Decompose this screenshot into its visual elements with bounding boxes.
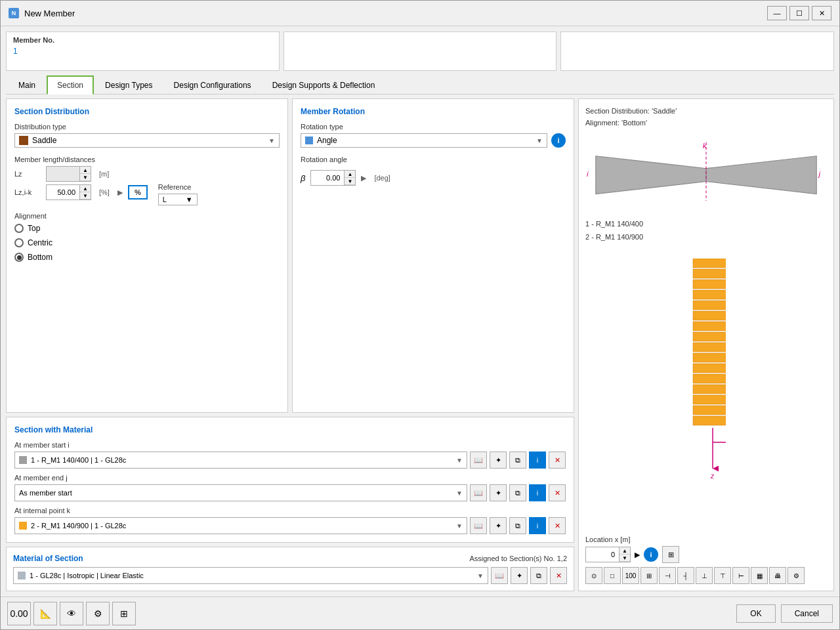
lz-down[interactable]: ▼ bbox=[80, 174, 91, 181]
internal-dropdown-arrow: ▼ bbox=[456, 522, 463, 530]
view-btn-10[interactable]: ▦ bbox=[751, 567, 768, 584]
toolbar-btn-4[interactable]: ⚙ bbox=[86, 602, 110, 625]
lzik-value[interactable]: 50.00 bbox=[47, 187, 79, 198]
lzik-up[interactable]: ▲ bbox=[80, 185, 91, 192]
lz-input[interactable]: ▲ ▼ bbox=[46, 166, 91, 182]
beam-diagram-svg: i j k bbox=[585, 134, 827, 213]
location-down[interactable]: ▼ bbox=[620, 555, 630, 562]
view-btn-6[interactable]: ┤ bbox=[677, 567, 694, 584]
end-copy-button[interactable]: ⧉ bbox=[509, 484, 526, 501]
beta-input[interactable]: 0.00 ▲ ▼ bbox=[310, 170, 356, 186]
location-icon-button[interactable]: ⊞ bbox=[662, 546, 679, 563]
dropdown-arrow-icon: ▼ bbox=[268, 137, 275, 144]
lzik-input[interactable]: 50.00 ▲ ▼ bbox=[46, 184, 91, 200]
beta-up[interactable]: ▲ bbox=[345, 171, 355, 178]
tab-main[interactable]: Main bbox=[9, 76, 45, 94]
view-btn-5[interactable]: ⊣ bbox=[659, 567, 676, 584]
member-rotation-box: Member Rotation Rotation type Angle ▼ i … bbox=[292, 98, 574, 413]
lz-up[interactable]: ▲ bbox=[80, 167, 91, 174]
alignment-top[interactable]: Top bbox=[14, 224, 280, 233]
start-delete-button[interactable]: ✕ bbox=[549, 452, 566, 469]
view-btn-3[interactable]: 100 bbox=[622, 567, 639, 584]
top-panel-3 bbox=[560, 32, 834, 71]
location-input[interactable]: 0 ▲ ▼ bbox=[585, 547, 631, 562]
beta-down[interactable]: ▼ bbox=[345, 178, 355, 185]
start-info-button[interactable]: i bbox=[529, 452, 546, 469]
beta-spinner[interactable]: ▲ ▼ bbox=[344, 171, 355, 185]
reference-dropdown[interactable]: L ▼ bbox=[158, 194, 198, 205]
tab-design-types[interactable]: Design Types bbox=[95, 76, 163, 94]
view-btn-4[interactable]: ⊞ bbox=[640, 567, 658, 584]
internal-star-button[interactable]: ✦ bbox=[490, 517, 507, 534]
material-copy-button[interactable]: ⧉ bbox=[530, 567, 547, 584]
member-no-value[interactable]: 1 bbox=[13, 47, 272, 56]
start-copy-button[interactable]: ⧉ bbox=[509, 452, 526, 469]
toolbar-btn-1[interactable]: 0.00 bbox=[7, 602, 31, 625]
end-delete-button[interactable]: ✕ bbox=[549, 484, 566, 501]
lzik-down[interactable]: ▼ bbox=[80, 192, 91, 200]
alignment-bottom[interactable]: Bottom bbox=[14, 253, 280, 262]
internal-delete-button[interactable]: ✕ bbox=[549, 517, 566, 534]
svg-rect-1 bbox=[693, 269, 726, 278]
material-delete-button[interactable]: ✕ bbox=[550, 567, 567, 584]
top-panel-2 bbox=[284, 32, 557, 71]
tab-section[interactable]: Section bbox=[47, 75, 94, 94]
minimize-button[interactable]: — bbox=[767, 6, 787, 20]
view-btn-1[interactable]: ⊙ bbox=[585, 567, 602, 584]
material-book-button[interactable]: 📖 bbox=[491, 567, 508, 584]
location-up[interactable]: ▲ bbox=[620, 547, 630, 555]
svg-rect-11 bbox=[693, 374, 726, 383]
tab-design-supports[interactable]: Design Supports & Deflection bbox=[262, 76, 385, 94]
material-star-button[interactable]: ✦ bbox=[511, 567, 528, 584]
ok-button[interactable]: OK bbox=[736, 604, 775, 623]
toolbar-btn-3[interactable]: 👁 bbox=[60, 602, 83, 625]
location-info-button[interactable]: i bbox=[644, 547, 658, 562]
rotation-type-dropdown[interactable]: Angle ▼ bbox=[301, 133, 547, 148]
view-btn-8[interactable]: ⊤ bbox=[714, 567, 731, 584]
member-no-panel: Member No. 1 bbox=[6, 32, 280, 71]
lzik-spinner[interactable]: ▲ ▼ bbox=[79, 185, 91, 200]
maximize-button[interactable]: ☐ bbox=[789, 6, 809, 20]
view-btn-12[interactable]: ⚙ bbox=[788, 567, 805, 584]
material-assigned: Assigned to Section(s) No. 1,2 bbox=[469, 555, 567, 562]
start-label: At member start i bbox=[14, 441, 566, 449]
alignment-centric[interactable]: Centric bbox=[14, 238, 280, 247]
svg-rect-14 bbox=[693, 406, 726, 415]
close-button[interactable]: ✕ bbox=[812, 6, 831, 20]
distribution-type-dropdown[interactable]: Saddle ▼ bbox=[14, 133, 280, 148]
pct-button[interactable]: % bbox=[128, 185, 148, 200]
cross-section-svg: y z bbox=[686, 259, 726, 495]
beta-value[interactable]: 0.00 bbox=[311, 173, 344, 183]
alignment-label: Alignment bbox=[14, 212, 280, 220]
start-book-button[interactable]: 📖 bbox=[470, 452, 487, 469]
view-btn-11[interactable]: 🖶 bbox=[769, 567, 786, 584]
location-spinner[interactable]: ▲ ▼ bbox=[619, 547, 630, 562]
view-btn-7[interactable]: ⊥ bbox=[696, 567, 713, 584]
end-book-button[interactable]: 📖 bbox=[470, 484, 487, 501]
start-star-button[interactable]: ✦ bbox=[490, 452, 507, 469]
rotation-info-button[interactable]: i bbox=[551, 133, 566, 148]
internal-section-dropdown[interactable]: 2 - R_M1 140/900 | 1 - GL28c ▼ bbox=[14, 517, 467, 534]
end-info-button[interactable]: i bbox=[529, 484, 546, 501]
bottom-toolbar: 0.00 📐 👁 ⚙ ⊞ OK Cancel bbox=[1, 597, 839, 629]
angle-color-icon bbox=[305, 136, 313, 144]
view-btn-9[interactable]: ⊢ bbox=[732, 567, 749, 584]
toolbar-btn-2[interactable]: 📐 bbox=[33, 602, 57, 625]
toolbar-btn-5[interactable]: ⊞ bbox=[112, 602, 136, 625]
end-star-button[interactable]: ✦ bbox=[490, 484, 507, 501]
location-value[interactable]: 0 bbox=[586, 549, 619, 560]
view-btn-2[interactable]: □ bbox=[604, 567, 621, 584]
cross-section-container: y z bbox=[686, 259, 726, 521]
internal-copy-button[interactable]: ⧉ bbox=[509, 517, 526, 534]
material-dropdown[interactable]: 1 - GL28c | Isotropic | Linear Elastic ▼ bbox=[13, 567, 488, 584]
internal-info-button[interactable]: i bbox=[529, 517, 546, 534]
internal-book-button[interactable]: 📖 bbox=[470, 517, 487, 534]
lzik-label: Lz,i-k bbox=[14, 188, 41, 196]
svg-text:z: z bbox=[710, 472, 715, 480]
start-section-dropdown[interactable]: 1 - R_M1 140/400 | 1 - GL28c ▼ bbox=[14, 452, 467, 469]
lz-spinner[interactable]: ▲ ▼ bbox=[79, 167, 91, 181]
end-section-dropdown[interactable]: As member start ▼ bbox=[14, 484, 467, 501]
tab-design-config[interactable]: Design Configurations bbox=[164, 76, 261, 94]
lzik-unit: [%] bbox=[96, 187, 112, 198]
cancel-button[interactable]: Cancel bbox=[781, 604, 833, 623]
